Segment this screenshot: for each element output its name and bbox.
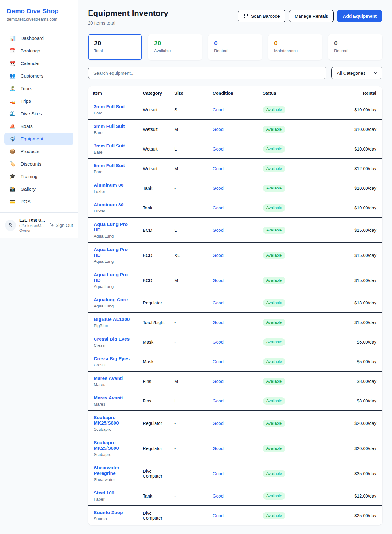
stat-card[interactable]: 0 Retired xyxy=(328,34,382,60)
item-cell: Mares Avanti Mares xyxy=(88,391,138,411)
condition-link[interactable]: Good xyxy=(213,186,223,191)
item-name-link[interactable]: 3mm Full Suit xyxy=(94,104,133,109)
size-cell: XL xyxy=(169,243,208,268)
chevron-down-icon xyxy=(374,71,378,75)
item-name-link[interactable]: Cressi Big Eyes xyxy=(94,336,133,342)
item-name-link[interactable]: Aqua Lung Pro HD xyxy=(94,272,133,283)
item-name-link[interactable]: Aluminum 80 xyxy=(94,182,133,188)
item-cell: Steel 100 Faber xyxy=(88,486,138,506)
search-input[interactable] xyxy=(88,67,326,79)
sidebar-item[interactable]: 📆 Calendar xyxy=(4,57,74,70)
logout-icon xyxy=(49,223,54,228)
sidebar-item[interactable]: 💳 POS xyxy=(4,196,74,208)
stat-card[interactable]: 20 Available xyxy=(148,34,202,60)
sidebar-item[interactable]: 👥 Customers xyxy=(4,70,74,82)
item-brand: Cressi xyxy=(94,343,133,348)
sidebar-item[interactable]: 🏝️ Tours xyxy=(4,82,74,95)
item-name-link[interactable]: Aqualung Core xyxy=(94,297,133,303)
rental-cell: $20.00/day xyxy=(347,436,382,461)
user-box: E2E Test U... e2e-tester@... Owner Sign … xyxy=(0,212,78,238)
scan-barcode-button[interactable]: Scan Barcode xyxy=(238,10,285,22)
sidebar-item-label: Trips xyxy=(21,98,31,104)
item-name-link[interactable]: Aqua Lung Pro HD xyxy=(94,222,133,233)
stat-card[interactable]: 0 Rented xyxy=(208,34,262,60)
item-name-link[interactable]: Shearwater Peregrine xyxy=(94,465,133,476)
item-name-link[interactable]: Steel 100 xyxy=(94,490,133,496)
condition-link[interactable]: Good xyxy=(213,228,223,233)
sidebar-item[interactable]: 🤿 Equipment xyxy=(4,133,74,145)
item-name-link[interactable]: Aluminum 80 xyxy=(94,202,133,208)
condition-link[interactable]: Good xyxy=(213,379,223,384)
status-cell: Available xyxy=(258,293,347,313)
condition-link[interactable]: Good xyxy=(213,127,223,132)
condition-link[interactable]: Good xyxy=(213,147,223,151)
item-name-link[interactable]: Scubapro MK25/S600 xyxy=(94,440,133,451)
manage-rentals-button[interactable]: Manage Rentals xyxy=(289,10,334,22)
condition-link[interactable]: Good xyxy=(213,320,223,325)
item-name-link[interactable]: Suunto Zoop xyxy=(94,510,133,515)
condition-link[interactable]: Good xyxy=(213,421,223,426)
size-cell: - xyxy=(169,486,208,506)
stat-card[interactable]: 20 Total xyxy=(88,34,142,60)
item-name-link[interactable]: Mares Avanti xyxy=(94,395,133,401)
sidebar-item[interactable]: 🚤 Trips xyxy=(4,95,74,107)
sidebar-item[interactable]: 🏷️ Discounts xyxy=(4,158,74,170)
condition-link[interactable]: Good xyxy=(213,446,223,451)
item-cell: Aqua Lung Pro HD Aqua Lung xyxy=(88,243,138,268)
rental-cell: $15.00/day xyxy=(347,218,382,243)
category-cell: Tank xyxy=(138,486,169,506)
status-badge: Available xyxy=(263,106,286,113)
condition-link[interactable]: Good xyxy=(213,399,223,403)
add-equipment-button[interactable]: Add Equipment xyxy=(337,10,382,22)
condition-link[interactable]: Good xyxy=(213,494,223,498)
size-cell: S xyxy=(169,100,208,120)
table-body: 3mm Full Suit Bare Wetsuit S Good Availa… xyxy=(88,100,382,525)
sidebar-item[interactable]: 📸 Gallery xyxy=(4,183,74,195)
item-name-link[interactable]: Scubapro MK25/S600 xyxy=(94,415,133,426)
condition-link[interactable]: Good xyxy=(213,107,223,112)
stat-card[interactable]: 0 Maintenance xyxy=(268,34,322,60)
condition-link[interactable]: Good xyxy=(213,253,223,258)
item-name-link[interactable]: 5mm Full Suit xyxy=(94,163,133,168)
status-badge: Available xyxy=(263,165,286,172)
item-name-link[interactable]: Mares Avanti xyxy=(94,376,133,381)
condition-cell: Good xyxy=(208,506,258,525)
item-name-link[interactable]: BigBlue AL1200 xyxy=(94,317,133,322)
sidebar-item[interactable]: 🎓 Training xyxy=(4,170,74,183)
condition-link[interactable]: Good xyxy=(213,471,223,476)
rental-cell: $20.00/day xyxy=(347,411,382,436)
size-cell: - xyxy=(169,461,208,486)
sidebar-item-icon: 📸 xyxy=(9,187,16,192)
condition-link[interactable]: Good xyxy=(213,513,223,518)
condition-link[interactable]: Good xyxy=(213,278,223,283)
category-select[interactable]: All Categories xyxy=(331,67,382,79)
condition-link[interactable]: Good xyxy=(213,300,223,305)
condition-link[interactable]: Good xyxy=(213,359,223,364)
sign-out-button[interactable]: Sign Out xyxy=(49,223,73,228)
size-cell: - xyxy=(169,178,208,198)
category-cell: Regulator xyxy=(138,411,169,436)
table-row: Aqua Lung Pro HD Aqua Lung BCD XL Good A… xyxy=(88,243,382,268)
sidebar-item[interactable]: 📦 Products xyxy=(4,145,74,158)
item-name-link[interactable]: Aqua Lung Pro HD xyxy=(94,247,133,258)
status-cell: Available xyxy=(258,332,347,352)
table-row: BigBlue AL1200 BigBlue Torch/Light - Goo… xyxy=(88,313,382,332)
item-name-link[interactable]: 3mm Full Suit xyxy=(94,124,133,129)
condition-link[interactable]: Good xyxy=(213,340,223,345)
table-row: Scubapro MK25/S600 Scubapro Regulator - … xyxy=(88,436,382,461)
size-cell: M xyxy=(169,159,208,178)
category-cell: BCD xyxy=(138,268,169,293)
status-cell: Available xyxy=(258,198,347,218)
item-name-link[interactable]: Cressi Big Eyes xyxy=(94,356,133,361)
sidebar-item[interactable]: 🌊 Dive Sites xyxy=(4,108,74,120)
sidebar-item[interactable]: 📅 Bookings xyxy=(4,45,74,57)
condition-link[interactable]: Good xyxy=(213,166,223,171)
sidebar-item[interactable]: ⛵ Boats xyxy=(4,120,74,132)
item-name-link[interactable]: 3mm Full Suit xyxy=(94,143,133,149)
sidebar-item-label: Calendar xyxy=(21,61,40,66)
column-header: Status xyxy=(258,86,347,100)
sidebar-item[interactable]: 📊 Dashboard xyxy=(4,32,74,44)
category-cell: Wetsuit xyxy=(138,100,169,120)
condition-link[interactable]: Good xyxy=(213,205,223,210)
brand-name[interactable]: Demo Dive Shop xyxy=(7,7,71,15)
